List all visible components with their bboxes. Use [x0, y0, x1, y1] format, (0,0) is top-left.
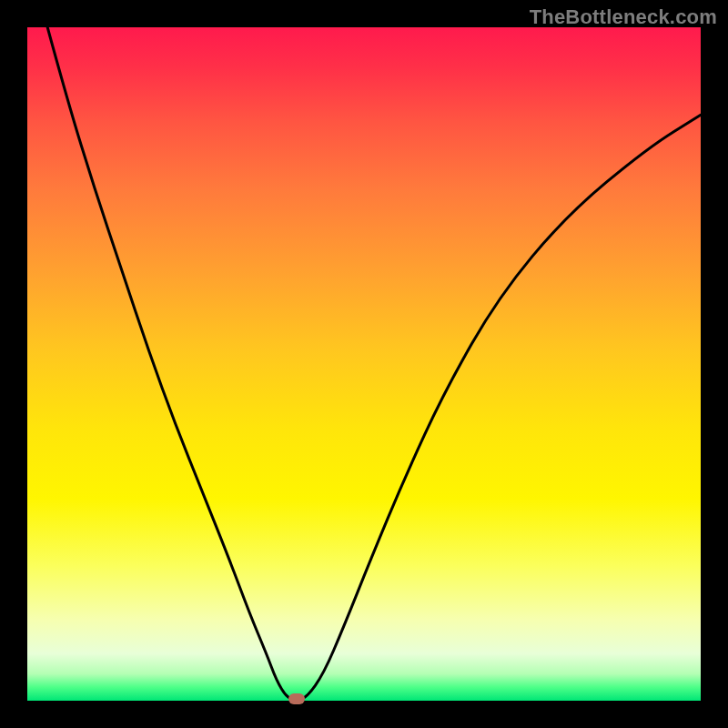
watermark-text: TheBottleneck.com	[530, 5, 717, 29]
chart-frame: TheBottleneck.com	[0, 0, 728, 728]
optimal-point-marker	[288, 693, 305, 704]
bottleneck-curve	[27, 27, 701, 701]
plot-area	[27, 27, 701, 701]
